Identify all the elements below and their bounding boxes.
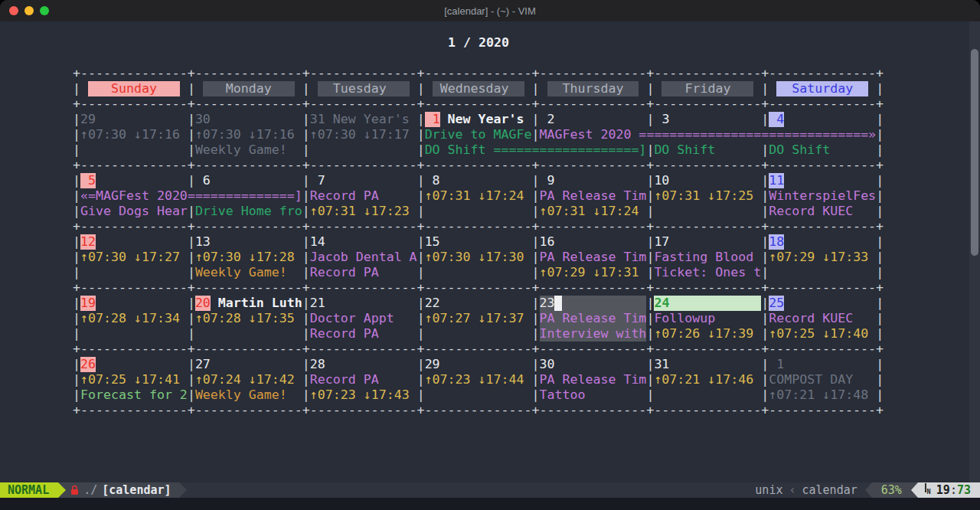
event-label[interactable]: Record KUEC	[769, 204, 876, 219]
event-label[interactable]: Jacob Dental A	[310, 250, 417, 265]
close-button[interactable]	[9, 6, 18, 15]
day-number[interactable]: 6	[195, 173, 211, 188]
day-number[interactable]: 15	[425, 234, 440, 250]
event-label[interactable]: Record KUEC	[769, 311, 876, 326]
event-label[interactable]: ↑07:30 ↓17:30	[425, 250, 532, 265]
day-number[interactable]: 26	[80, 357, 96, 372]
event-label[interactable]: ↑07:28 ↓17:34	[80, 311, 188, 326]
day-number[interactable]: 8	[425, 173, 440, 188]
day-number[interactable]: 14	[310, 234, 325, 250]
event-label[interactable]: PA Release Tim	[540, 188, 647, 204]
command-line[interactable]	[0, 498, 980, 510]
event-label[interactable]: PA Release Tim	[540, 372, 647, 387]
event-label[interactable]: Forecast for 2	[80, 387, 188, 403]
day-number[interactable]: 30	[195, 112, 211, 127]
event-label[interactable]: ↑07:21 ↓17:48	[769, 387, 876, 403]
terminal[interactable]: 1 / 2020 +--------------+--------------+…	[0, 21, 980, 510]
event-label[interactable]: Interview with	[540, 326, 647, 342]
event-label[interactable]: Tattoo	[540, 387, 647, 403]
event-label[interactable]: DO Shift =====	[425, 142, 532, 158]
event-label[interactable]: ↑07:21 ↓17:46	[654, 372, 761, 387]
day-number[interactable]: 25	[769, 296, 784, 311]
event-label[interactable]: «=MAGFest 2020	[80, 188, 188, 204]
event-label[interactable]: WinterspielFes	[769, 188, 876, 204]
event-label[interactable]: PA Release Tim	[540, 250, 647, 265]
event-label[interactable]: ↑07:23 ↓17:44	[425, 372, 532, 387]
event-label[interactable]: ↑07:25 ↓17:40	[769, 326, 876, 342]
day-number[interactable]: 13	[195, 234, 211, 250]
event-label[interactable]: Record PA	[310, 372, 417, 387]
event-label[interactable]: Record PA	[310, 326, 417, 342]
day-number[interactable]: 7	[310, 173, 325, 188]
day-number[interactable]: 28	[310, 357, 325, 372]
event-label[interactable]: ↑07:29 ↓17:31	[540, 265, 647, 280]
day-number[interactable]: 3	[654, 112, 669, 127]
event-label[interactable]: ↑07:29 ↓17:33	[769, 250, 876, 265]
event-label[interactable]: Weekly Game!	[195, 387, 302, 403]
calendar-cell-day-24[interactable]: 24	[654, 296, 761, 311]
day-number[interactable]: 11	[769, 173, 784, 188]
day-number[interactable]: 30	[540, 357, 555, 372]
event-label[interactable]: ↑07:23 ↓17:43	[310, 387, 417, 403]
event-label[interactable]: ↑07:26 ↓17:39	[654, 326, 761, 342]
event-label[interactable]: Followup	[654, 311, 761, 326]
event-label[interactable]: ↑07:30 ↓17:28	[195, 250, 302, 265]
event-label[interactable]: =============]	[195, 188, 302, 204]
day-number[interactable]: 10	[654, 173, 669, 188]
event-label[interactable]: COMPOST DAY	[769, 372, 876, 387]
event-label[interactable]: ↑07:31 ↓17:24	[540, 204, 647, 219]
day-number[interactable]: 21	[310, 296, 325, 311]
scrollbar-thumb[interactable]	[971, 49, 978, 256]
event-label[interactable]: Record PA	[310, 188, 417, 204]
event-label[interactable]: ↑07:30 ↓17:16	[195, 127, 302, 142]
event-label[interactable]: ↑07:30 ↓17:17	[310, 127, 417, 142]
day-number[interactable]: 5	[80, 173, 96, 188]
calendar-cell-day-23[interactable]: 23	[540, 296, 647, 311]
day-number[interactable]: 31	[654, 357, 669, 372]
day-number[interactable]: 16	[540, 234, 555, 250]
event-label[interactable]: =============]	[540, 142, 647, 158]
day-number[interactable]: 1	[769, 357, 784, 372]
event-label[interactable]: Drive Home fro	[195, 204, 302, 219]
event-label[interactable]: =============»	[769, 127, 876, 142]
event-label[interactable]: Ticket: Ones t	[654, 265, 761, 280]
event-label[interactable]: ↑07:28 ↓17:35	[195, 311, 302, 326]
zoom-button[interactable]	[40, 6, 49, 15]
day-number[interactable]: 19	[80, 296, 96, 311]
day-number[interactable]: 31	[310, 112, 325, 127]
day-number[interactable]: 29	[425, 357, 440, 372]
event-label[interactable]: ↑07:30 ↓17:27	[80, 250, 188, 265]
event-label[interactable]: PA Release Tim	[540, 311, 647, 326]
calendar-grid[interactable]: +--------------+--------------+---------…	[73, 66, 980, 418]
event-label[interactable]: Give Dogs Hear	[80, 204, 188, 219]
event-label[interactable]: Doctor Appt	[310, 311, 417, 326]
event-label[interactable]: ↑07:30 ↓17:16	[80, 127, 188, 142]
event-label[interactable]: ↑07:31 ↓17:24	[425, 188, 532, 204]
day-number[interactable]: 4	[769, 112, 784, 127]
event-label[interactable]: Weekly Game!	[195, 265, 302, 280]
day-number[interactable]: 27	[195, 357, 211, 372]
event-label[interactable]: ↑07:27 ↓17:37	[425, 311, 532, 326]
minimize-button[interactable]	[24, 6, 34, 15]
day-number[interactable]: 18	[769, 234, 784, 250]
event-label[interactable]: Record PA	[310, 265, 417, 280]
event-label[interactable]: ↑07:31 ↓17:23	[310, 204, 417, 219]
event-label[interactable]: ↑07:25 ↓17:41	[80, 372, 188, 387]
day-number[interactable]: 2	[540, 112, 555, 127]
day-number[interactable]: 29	[80, 112, 96, 127]
event-label[interactable]: ↑07:24 ↓17:42	[195, 372, 302, 387]
day-number[interactable]: 20	[195, 296, 211, 311]
day-number[interactable]: 1	[425, 112, 440, 127]
event-label[interactable]: ==============	[654, 127, 761, 142]
event-label[interactable]: Drive to MAGFe	[425, 127, 532, 142]
day-number[interactable]: 9	[540, 173, 555, 188]
day-number[interactable]: 22	[425, 296, 440, 311]
day-number[interactable]: 17	[654, 234, 669, 250]
day-number[interactable]: 12	[80, 234, 96, 250]
event-label[interactable]: Fasting Blood	[654, 250, 761, 265]
event-label[interactable]: DO Shift	[654, 142, 761, 158]
event-label[interactable]: DO Shift	[769, 142, 876, 158]
event-label[interactable]: MAGFest 2020 =	[540, 127, 647, 142]
event-label[interactable]: Weekly Game!	[195, 142, 302, 158]
event-label[interactable]: ↑07:31 ↓17:25	[654, 188, 761, 204]
